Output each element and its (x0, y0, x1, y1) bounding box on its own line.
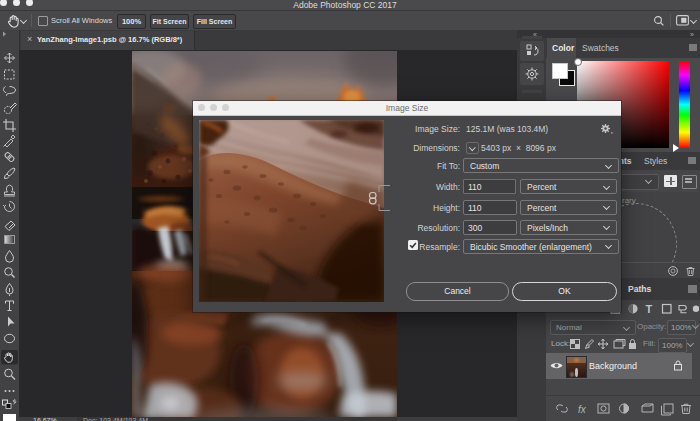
svg-text:fx: fx (578, 404, 587, 415)
svg-text:T: T (646, 303, 653, 315)
